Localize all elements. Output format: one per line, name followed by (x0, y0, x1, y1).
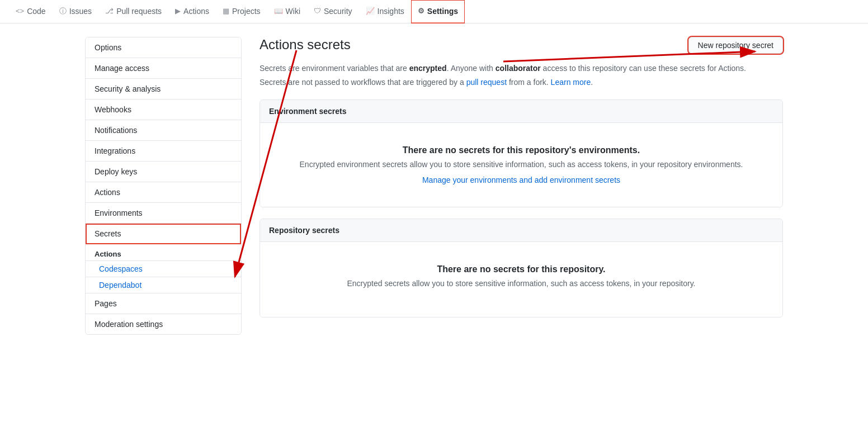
sidebar-item-options[interactable]: Options (86, 37, 241, 58)
learn-more-link[interactable]: Learn more (551, 78, 591, 87)
page-header: Actions secrets New repository secret (260, 37, 783, 54)
sidebar-item-security-analysis[interactable]: Security & analysis (86, 79, 241, 99)
repository-secrets-empty-title: There are no secrets for this repository… (269, 264, 773, 274)
actions-icon: ▶ (175, 7, 181, 15)
sidebar-item-secrets[interactable]: Secrets (86, 224, 241, 244)
nav-wiki[interactable]: 📖 Wiki (267, 0, 307, 23)
sidebar-item-pages[interactable]: Pages (86, 293, 241, 314)
main-content: Actions secrets New repository secret Se… (260, 37, 783, 335)
sidebar-item-moderation-settings[interactable]: Moderation settings (86, 314, 241, 334)
pull-requests-icon: ⎇ (105, 7, 114, 15)
environment-secrets-empty-description: Encrypted environment secrets allow you … (269, 160, 773, 169)
repository-secrets-empty-description: Encrypted secrets allow you to store sen… (269, 279, 773, 288)
new-repository-secret-button[interactable]: New repository secret (688, 37, 783, 54)
sidebar-nav: Options Manage access Security & analysi… (85, 37, 242, 335)
nav-actions[interactable]: ▶ Actions (168, 0, 216, 23)
sidebar-section-actions: Actions (86, 244, 241, 261)
sidebar-item-webhooks[interactable]: Webhooks (86, 99, 241, 120)
description-line1: Secrets are environment variables that a… (260, 63, 783, 74)
sidebar-item-environments[interactable]: Environments (86, 203, 241, 224)
encrypted-bold: encrypted (409, 64, 447, 73)
nav-security[interactable]: 🛡 Security (307, 0, 359, 23)
settings-icon: ⚙ (418, 7, 424, 15)
manage-environments-link[interactable]: Manage your environments and add environ… (422, 176, 620, 184)
wiki-icon: 📖 (274, 7, 283, 15)
nav-code[interactable]: <> Code (9, 0, 53, 23)
repository-secrets-section: Repository secrets There are no secrets … (260, 219, 783, 317)
environment-secrets-header: Environment secrets (260, 100, 782, 123)
insights-icon: 📈 (366, 7, 375, 15)
sidebar-item-manage-access[interactable]: Manage access (86, 58, 241, 79)
sidebar-sub-item-codespaces[interactable]: Codespaces (86, 261, 241, 277)
issues-icon: ⓘ (59, 6, 67, 16)
code-icon: <> (16, 7, 24, 15)
collaborator-bold: collaborator (496, 64, 541, 73)
nav-insights[interactable]: 📈 Insights (359, 0, 411, 23)
sidebar: Options Manage access Security & analysi… (85, 37, 242, 335)
nav-pull-requests[interactable]: ⎇ Pull requests (98, 0, 168, 23)
top-nav: <> Code ⓘ Issues ⎇ Pull requests ▶ Actio… (0, 0, 868, 23)
sidebar-item-deploy-keys[interactable]: Deploy keys (86, 162, 241, 182)
page-title: Actions secrets (260, 37, 351, 53)
repository-secrets-header: Repository secrets (260, 219, 782, 242)
page-layout: Options Manage access Security & analysi… (76, 23, 792, 348)
sidebar-sub-item-dependabot[interactable]: Dependabot (86, 277, 241, 293)
description-line2: Secrets are not passed to workflows that… (260, 77, 783, 88)
projects-icon: ▦ (223, 7, 229, 15)
sidebar-item-notifications[interactable]: Notifications (86, 120, 241, 141)
nav-settings[interactable]: ⚙ Settings (411, 0, 465, 23)
sidebar-item-integrations[interactable]: Integrations (86, 141, 241, 162)
nav-issues[interactable]: ⓘ Issues (53, 0, 98, 23)
repository-secrets-body: There are no secrets for this repository… (260, 242, 782, 317)
nav-projects[interactable]: ▦ Projects (216, 0, 267, 23)
environment-secrets-empty-title: There are no secrets for this repository… (269, 145, 773, 155)
environment-secrets-section: Environment secrets There are no secrets… (260, 99, 783, 207)
sidebar-item-actions[interactable]: Actions (86, 182, 241, 203)
security-icon: 🛡 (314, 7, 321, 15)
pull-request-link[interactable]: pull request (466, 78, 507, 87)
environment-secrets-body: There are no secrets for this repository… (260, 123, 782, 207)
